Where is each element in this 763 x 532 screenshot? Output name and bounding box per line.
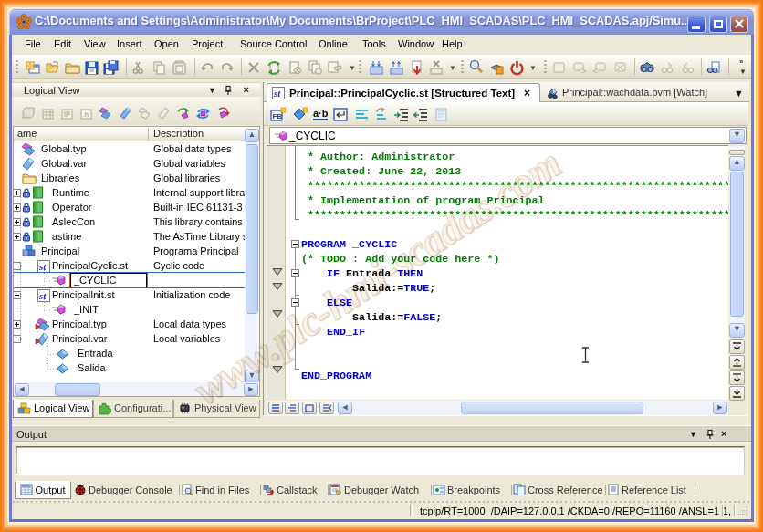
svg-text:a·b: a·b xyxy=(313,108,329,119)
svg-text:st: st xyxy=(38,261,47,272)
svg-text:st: st xyxy=(273,88,281,99)
svg-text:st: st xyxy=(38,290,47,301)
svg-text:.h: .h xyxy=(83,111,89,118)
svg-text:FB: FB xyxy=(273,112,283,120)
